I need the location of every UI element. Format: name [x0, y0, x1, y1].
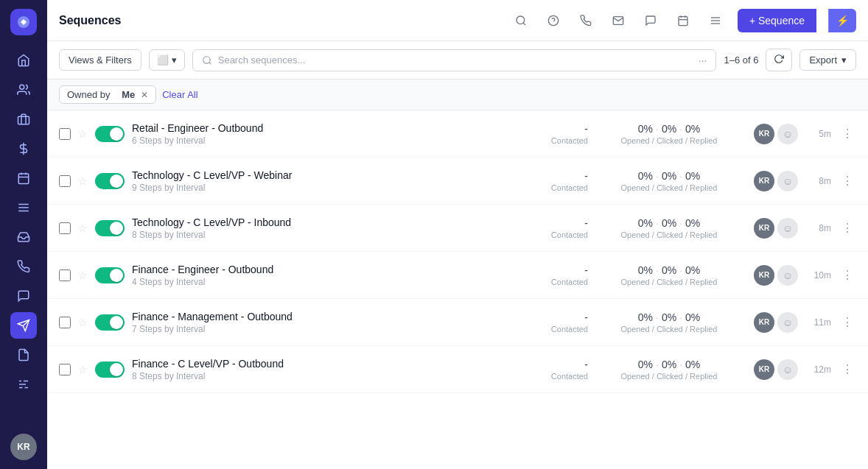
export-label: Export	[809, 54, 837, 66]
row-star[interactable]: ☆	[78, 317, 88, 328]
sidebar-item-people[interactable]	[10, 77, 37, 103]
smiley-avatar[interactable]: ☺	[777, 218, 798, 239]
clicked-stat: 0%	[662, 264, 676, 276]
row-star[interactable]: ☆	[78, 364, 88, 375]
sequence-toggle[interactable]	[95, 126, 125, 142]
row-checkbox[interactable]	[59, 269, 71, 281]
sequence-name[interactable]: Retail - Engineer - Outbound	[132, 122, 522, 134]
chat-icon[interactable]	[640, 10, 661, 31]
sidebar-item-phone[interactable]	[10, 253, 37, 280]
sequence-name[interactable]: Finance - Engineer - Outbound	[132, 264, 522, 275]
row-time: 5m	[809, 129, 831, 139]
sequence-toggle[interactable]	[95, 362, 125, 378]
clicked-stat: 0%	[662, 217, 676, 229]
sequence-sub: 9 Steps by Interval	[132, 183, 522, 193]
search-input[interactable]	[218, 54, 693, 66]
row-contacted: - Contacted	[529, 264, 588, 286]
lightning-button[interactable]: ⚡	[828, 9, 856, 32]
sidebar-item-dollar[interactable]	[10, 135, 37, 162]
menu-icon[interactable]	[705, 10, 726, 31]
stats-dot-2: ·	[679, 264, 682, 276]
row-time: 8m	[809, 176, 831, 186]
columns-chevron: ▾	[172, 54, 177, 66]
row-avatars: KR ☺	[750, 124, 802, 144]
sequence-toggle[interactable]	[95, 173, 125, 189]
owner-avatar[interactable]: KR	[754, 312, 774, 333]
stats-label: Opened / Clicked / Replied	[595, 278, 743, 286]
sequence-row: ☆ Retail - Engineer - Outbound 6 Steps b…	[47, 110, 868, 158]
sidebar-item-documents[interactable]	[10, 342, 37, 368]
owner-avatar[interactable]: KR	[754, 124, 774, 144]
user-avatar[interactable]: KR	[10, 434, 37, 460]
main-content: Sequences	[47, 0, 868, 469]
row-checkbox[interactable]	[59, 128, 71, 140]
owned-by-me-chip[interactable]: Owned by Me ✕	[59, 85, 156, 104]
sequence-toggle[interactable]	[95, 267, 125, 283]
row-checkbox[interactable]	[59, 317, 71, 328]
smiley-avatar[interactable]: ☺	[777, 312, 798, 333]
chip-close-icon[interactable]: ✕	[141, 90, 148, 100]
row-info: Finance - Management - Outbound 7 Steps …	[132, 311, 522, 334]
help-icon[interactable]	[543, 10, 564, 31]
sequence-toggle[interactable]	[95, 314, 125, 331]
sidebar-item-tasks[interactable]	[10, 194, 37, 221]
mail-icon[interactable]	[608, 10, 629, 31]
sidebar-item-calendar[interactable]	[10, 165, 37, 191]
refresh-button[interactable]	[766, 49, 792, 71]
clear-all-button[interactable]: Clear All	[162, 89, 197, 100]
calendar-icon[interactable]	[673, 10, 693, 31]
sidebar-item-inbox[interactable]	[10, 224, 37, 250]
more-options-button[interactable]: ⋮	[839, 172, 856, 189]
more-options-button[interactable]: ⋮	[839, 219, 856, 236]
columns-button[interactable]: ⬜ ▾	[149, 49, 185, 71]
views-filters-button[interactable]: Views & Filters	[59, 49, 141, 71]
row-time: 10m	[809, 270, 831, 281]
new-sequence-button[interactable]: + Sequence	[738, 9, 816, 32]
row-star[interactable]: ☆	[78, 269, 88, 281]
export-button[interactable]: Export ▾	[799, 49, 856, 71]
phone-icon[interactable]	[575, 10, 596, 31]
more-options-button[interactable]: ⋮	[839, 125, 856, 142]
sequence-row: ☆ Technology - C Level/VP - Inbound 8 St…	[47, 205, 868, 252]
smiley-avatar[interactable]: ☺	[777, 171, 798, 191]
owner-avatar[interactable]: KR	[754, 265, 774, 286]
more-options-button[interactable]: ⋮	[839, 361, 856, 378]
export-chevron: ▾	[841, 54, 847, 66]
sidebar-item-sequences[interactable]	[10, 312, 37, 339]
stats-label: Opened / Clicked / Replied	[595, 372, 743, 381]
stats-dot-2: ·	[679, 217, 682, 229]
sequence-toggle[interactable]	[95, 220, 125, 236]
contacted-dash: -	[529, 264, 588, 276]
owner-avatar[interactable]: KR	[754, 218, 774, 239]
sidebar-item-briefcase[interactable]	[10, 106, 37, 133]
app-logo[interactable]	[10, 9, 37, 35]
owner-avatar[interactable]: KR	[754, 171, 774, 191]
row-star[interactable]: ☆	[78, 128, 88, 140]
row-checkbox[interactable]	[59, 175, 71, 187]
row-star[interactable]: ☆	[78, 222, 88, 234]
stats-dot-1: ·	[656, 170, 659, 182]
search-icon[interactable]	[511, 10, 531, 31]
sequence-name[interactable]: Finance - C Level/VP - Outbound	[132, 358, 522, 370]
row-checkbox[interactable]	[59, 222, 71, 234]
smiley-avatar[interactable]: ☺	[777, 359, 798, 380]
sidebar-item-home[interactable]	[10, 47, 37, 74]
svg-rect-23	[679, 16, 687, 25]
more-options-button[interactable]: ⋮	[839, 267, 856, 283]
contacted-dash: -	[529, 123, 588, 135]
sidebar-item-settings[interactable]	[10, 371, 37, 398]
row-avatars: KR ☺	[750, 265, 802, 286]
owner-avatar[interactable]: KR	[754, 359, 774, 380]
sequence-name[interactable]: Finance - Management - Outbound	[132, 311, 522, 322]
page-header: Sequences	[47, 0, 868, 41]
svg-rect-2	[18, 116, 29, 124]
smiley-avatar[interactable]: ☺	[777, 124, 798, 144]
row-star[interactable]: ☆	[78, 175, 88, 187]
sequence-name[interactable]: Technology - C Level/VP - Inbound	[132, 216, 522, 228]
more-options-button[interactable]: ⋮	[839, 314, 856, 331]
sidebar-item-chat[interactable]	[10, 283, 37, 309]
row-checkbox[interactable]	[59, 364, 71, 375]
smiley-avatar[interactable]: ☺	[777, 265, 798, 286]
replied-stat: 0%	[685, 359, 700, 370]
sequence-name[interactable]: Technology - C Level/VP - Webinar	[132, 169, 522, 181]
